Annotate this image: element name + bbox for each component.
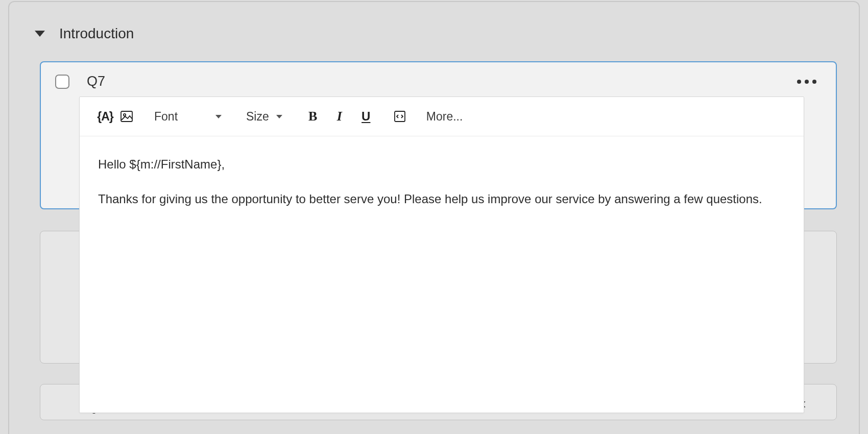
font-label: Font	[154, 110, 178, 124]
editor-line: Thanks for giving us the opportunity to …	[98, 190, 785, 208]
question-id-label: Q7	[87, 74, 105, 89]
rich-text-editor: {A} Font Size	[79, 97, 804, 413]
question-more-menu[interactable]	[793, 76, 821, 88]
editor-content-area[interactable]: Hello ${m://FirstName}, Thanks for givin…	[80, 136, 804, 244]
underline-icon: U	[361, 109, 370, 124]
question-header-row: Q7	[41, 62, 836, 94]
svg-point-1	[124, 114, 126, 116]
editor-toolbar: {A} Font Size	[80, 97, 804, 136]
section-title[interactable]: Introduction	[59, 26, 134, 42]
chevron-down-icon	[276, 115, 282, 118]
underline-button[interactable]: U	[356, 106, 376, 127]
question-select-checkbox[interactable]	[55, 75, 69, 89]
image-icon	[120, 111, 133, 122]
source-button[interactable]	[390, 106, 410, 127]
italic-icon: I	[337, 109, 342, 124]
dot-icon	[797, 80, 801, 84]
insert-image-button[interactable]	[116, 106, 137, 127]
dot-icon	[812, 80, 816, 84]
chevron-down-icon	[215, 115, 222, 118]
section-header: Introduction	[9, 2, 859, 42]
more-button[interactable]: More...	[418, 110, 471, 124]
bold-button[interactable]: B	[303, 106, 323, 127]
editor-line: Hello ${m://FirstName},	[98, 156, 785, 173]
size-dropdown[interactable]: Size	[239, 110, 290, 124]
size-label: Size	[246, 110, 269, 124]
piped-text-icon: {A}	[97, 110, 113, 124]
font-dropdown[interactable]: Font	[147, 110, 229, 124]
more-label: More...	[426, 110, 463, 123]
survey-block-panel: Introduction Q7 {A}	[8, 1, 860, 434]
italic-button[interactable]: I	[329, 106, 350, 127]
dot-icon	[805, 80, 809, 84]
collapse-icon[interactable]	[35, 31, 45, 37]
bold-icon: B	[308, 109, 317, 124]
piped-text-button[interactable]: {A}	[95, 106, 115, 127]
question-card-selected[interactable]: Q7 {A}	[40, 61, 837, 209]
code-icon	[394, 111, 405, 122]
